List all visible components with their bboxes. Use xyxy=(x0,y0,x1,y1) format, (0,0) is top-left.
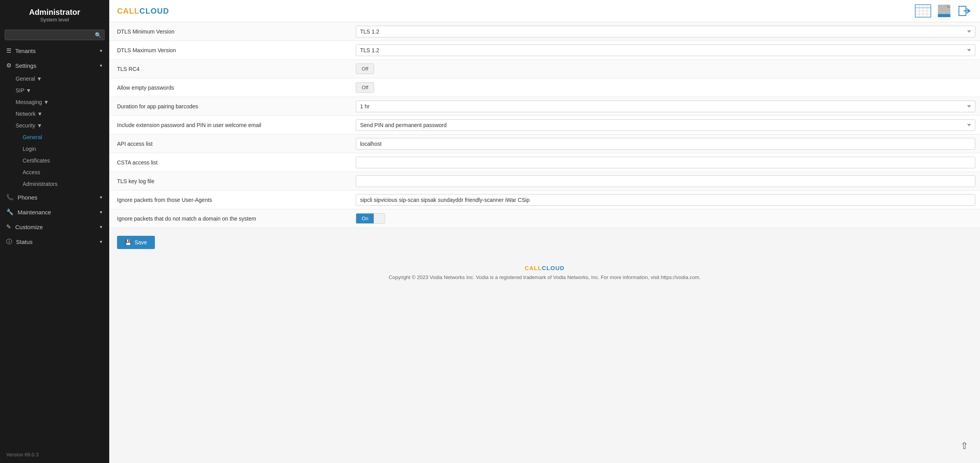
settings-row-tls-rc4: TLS RC4 Off xyxy=(109,60,980,78)
sidebar-header: Administrator System level xyxy=(0,0,109,27)
label-dtls-min: DTLS Minimum Version xyxy=(109,24,351,39)
input-tls-key-log[interactable] xyxy=(356,175,975,187)
sidebar-item-sec-access[interactable]: Access xyxy=(0,166,109,178)
value-tls-rc4: Off xyxy=(351,60,980,77)
sidebar-item-tenants[interactable]: ☰ Tenants ▼ xyxy=(0,43,109,58)
label-api-access: API access list xyxy=(109,136,351,152)
sidebar-item-maintenance[interactable]: 🔧 Maintenance ▼ xyxy=(0,205,109,219)
save-label: Save xyxy=(135,239,147,246)
settings-row-ext-password: Include extension password and PIN in us… xyxy=(109,116,980,134)
toggle-off-label[interactable] xyxy=(374,214,385,223)
label-csta-access: CSTA access list xyxy=(109,155,351,170)
label-app-pairing: Duration for app pairing barcodes xyxy=(109,99,351,114)
grid-view-button[interactable] xyxy=(914,4,932,18)
toggle-tls-rc4[interactable]: Off xyxy=(356,64,374,74)
value-csta-access xyxy=(351,154,980,171)
settings-row-dtls-max: DTLS Maximum Version TLS 1.2 TLS 1.0 TLS… xyxy=(109,41,980,60)
sidebar-item-status[interactable]: ⓘ Status ▼ xyxy=(0,234,109,249)
label-tls-key-log: TLS key log file xyxy=(109,173,351,189)
label-dtls-max: DTLS Maximum Version xyxy=(109,42,351,58)
toggle-on-label[interactable]: On xyxy=(356,214,374,223)
sidebar-item-settings[interactable]: ⚙ Settings ▼ xyxy=(0,58,109,73)
value-dtls-min: TLS 1.2 TLS 1.0 TLS 1.1 TLS 1.3 xyxy=(351,23,980,41)
label-ignore-user-agents: Ignore packets from those User-Agents xyxy=(109,192,351,208)
footer-logo: CALLCLOUD xyxy=(117,265,972,271)
sidebar-item-sec-general[interactable]: General xyxy=(0,131,109,143)
brand-logo: CALLCLOUD xyxy=(117,7,169,16)
sidebar-item-general[interactable]: General ▼ xyxy=(0,73,109,85)
footer: CALLCLOUD Copyright © 2023 Vodia Network… xyxy=(109,257,980,288)
sidebar-item-security[interactable]: Security ▼ xyxy=(0,120,109,131)
settings-icon: ⚙ xyxy=(6,62,11,69)
sidebar-item-label: Tenants xyxy=(15,48,36,54)
sidebar-item-sec-login[interactable]: Login xyxy=(0,143,109,155)
input-ignore-user-agents[interactable] xyxy=(356,194,975,206)
sidebar-item-sip[interactable]: SIP ▼ xyxy=(0,85,109,96)
label-tls-rc4: TLS RC4 xyxy=(109,61,351,77)
customize-icon: ✎ xyxy=(6,223,11,230)
settings-row-dtls-min: DTLS Minimum Version TLS 1.2 TLS 1.0 TLS… xyxy=(109,22,980,41)
select-dtls-max[interactable]: TLS 1.2 TLS 1.0 TLS 1.1 TLS 1.3 xyxy=(356,44,975,56)
select-app-pairing[interactable]: 15 min 30 min 1 hr 2 hr 4 hr xyxy=(356,101,975,112)
toggle-off-label[interactable]: Off xyxy=(356,83,374,92)
system-level: System level xyxy=(6,17,103,23)
svg-rect-9 xyxy=(938,14,950,17)
settings-row-ignore-user-agents: Ignore packets from those User-Agents xyxy=(109,191,980,209)
tenants-icon: ☰ xyxy=(6,47,11,54)
save-section: 💾 Save xyxy=(109,228,980,257)
value-ignore-domain: On xyxy=(351,210,980,227)
settings-table: DTLS Minimum Version TLS 1.2 TLS 1.0 TLS… xyxy=(109,22,980,228)
sidebar: Administrator System level 🔍 ☰ Tenants ▼… xyxy=(0,0,109,463)
chevron-down-icon: ▼ xyxy=(99,210,103,214)
sidebar-item-phones[interactable]: 📞 Phones ▼ xyxy=(0,190,109,205)
select-ext-password[interactable]: Do not send Send PIN only Send PIN and p… xyxy=(356,119,975,131)
value-dtls-max: TLS 1.2 TLS 1.0 TLS 1.1 TLS 1.3 xyxy=(351,41,980,59)
label-empty-passwords: Allow empty passwords xyxy=(109,80,351,95)
info-icon: ⓘ xyxy=(6,238,12,246)
label-ignore-domain: Ignore packets that do not match a domai… xyxy=(109,211,351,226)
search-input[interactable] xyxy=(5,30,105,40)
footer-copyright: Copyright © 2023 Vodia Networks Inc. Vod… xyxy=(117,274,972,280)
settings-content: DTLS Minimum Version TLS 1.2 TLS 1.0 TLS… xyxy=(109,22,980,463)
settings-row-csta-access: CSTA access list xyxy=(109,153,980,172)
toggle-ignore-domain[interactable]: On xyxy=(356,213,385,224)
topbar: CALLCLOUD xyxy=(109,0,980,22)
sidebar-item-sec-certificates[interactable]: Certificates xyxy=(0,155,109,166)
chevron-down-icon: ▼ xyxy=(99,195,103,200)
sidebar-item-label: Customize xyxy=(15,224,43,230)
admin-title: Administrator xyxy=(6,8,103,17)
toggle-empty-passwords[interactable]: Off xyxy=(356,82,374,93)
wrench-icon: 🔧 xyxy=(6,209,14,216)
save-icon: 💾 xyxy=(125,239,131,246)
value-tls-key-log xyxy=(351,172,980,190)
label-ext-password: Include extension password and PIN in us… xyxy=(109,117,351,133)
value-empty-passwords: Off xyxy=(351,79,980,96)
select-dtls-min[interactable]: TLS 1.2 TLS 1.0 TLS 1.1 TLS 1.3 xyxy=(356,26,975,37)
logout-button[interactable] xyxy=(958,4,972,18)
settings-row-ignore-domain: Ignore packets that do not match a domai… xyxy=(109,209,980,228)
sidebar-item-label: Maintenance xyxy=(18,209,51,216)
input-csta-access[interactable] xyxy=(356,157,975,168)
settings-row-empty-passwords: Allow empty passwords Off xyxy=(109,78,980,97)
scroll-top-button[interactable]: ⇧ xyxy=(960,440,968,451)
toggle-off-label[interactable]: Off xyxy=(356,64,374,74)
sidebar-item-messaging[interactable]: Messaging ▼ xyxy=(0,96,109,108)
value-app-pairing: 15 min 30 min 1 hr 2 hr 4 hr xyxy=(351,97,980,115)
sidebar-version: Version 69.0.3 xyxy=(0,446,109,463)
phone-icon: 📞 xyxy=(6,194,14,201)
chevron-down-icon: ▼ xyxy=(99,49,103,53)
document-button[interactable] xyxy=(936,4,953,18)
sidebar-item-customize[interactable]: ✎ Customize ▼ xyxy=(0,219,109,234)
search-box-wrap: 🔍 xyxy=(0,27,109,43)
settings-row-app-pairing: Duration for app pairing barcodes 15 min… xyxy=(109,97,980,116)
search-icon: 🔍 xyxy=(95,32,101,38)
input-api-access[interactable] xyxy=(356,138,975,150)
chevron-down-icon: ▼ xyxy=(99,240,103,244)
sidebar-item-network[interactable]: Network ▼ xyxy=(0,108,109,120)
topbar-icons xyxy=(914,4,972,18)
chevron-down-icon: ▼ xyxy=(99,225,103,229)
save-button[interactable]: 💾 Save xyxy=(117,236,155,249)
sidebar-item-label: Status xyxy=(16,239,33,245)
chevron-down-icon: ▼ xyxy=(99,64,103,68)
sidebar-item-sec-administrators[interactable]: Administrators xyxy=(0,178,109,190)
